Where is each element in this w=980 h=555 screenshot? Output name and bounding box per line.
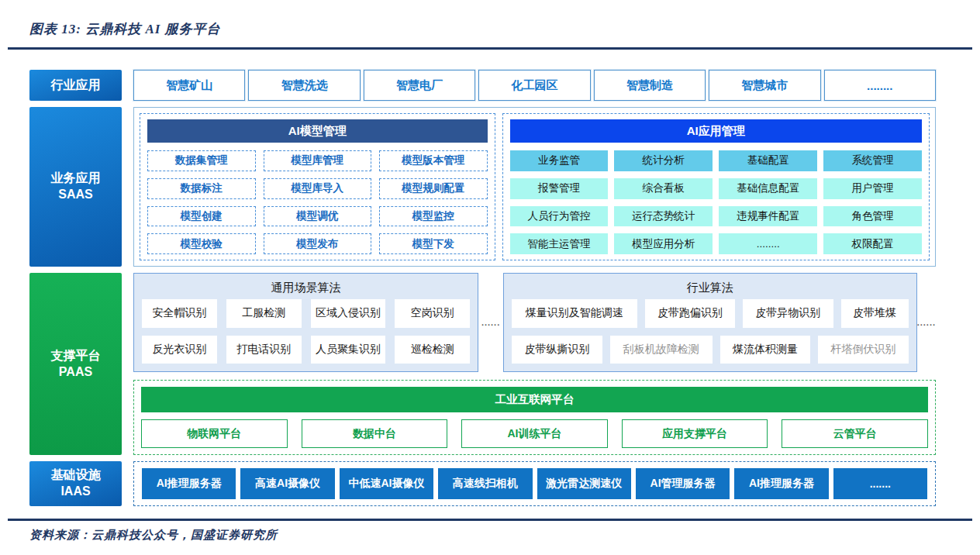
- hw-high-speed-ai-camera: 高速AI摄像仪: [240, 468, 334, 499]
- report-figure-page: 图表 13: 云鼎科技 AI 服务平台 行业应用 智慧矿山 智慧洗选 智慧电厂 …: [0, 0, 980, 555]
- app-item-violation-event-config: 违规事件配置: [719, 206, 817, 227]
- app-item-basic-info-config: 基础信息配置: [719, 178, 817, 199]
- model-item-model-creation: 模型创建: [147, 206, 256, 227]
- app-item-more-dots: ........: [719, 233, 817, 254]
- hw-mid-low-speed-ai-camera: 中低速AI摄像仪: [340, 468, 433, 499]
- app-item-permission-config: 权限配置: [823, 233, 922, 254]
- alg-area-intrusion-recognition: 区域入侵识别: [311, 299, 386, 328]
- platform-cloud-mgmt: 云管平台: [782, 419, 928, 448]
- model-item-data-labeling: 数据标注: [147, 178, 256, 199]
- industry-algorithms-section: 行业算法 煤量识别及智能调速 皮带跑偏识别 皮带异物识别 皮带堆煤 皮带纵撕识别…: [503, 273, 917, 372]
- ai-app-management-header: AI应用管理: [510, 119, 922, 143]
- industry-app-smart-washing: 智慧洗选: [248, 70, 360, 101]
- ai-model-management-grid: 数据集管理 模型库管理 模型版本管理 数据标注 模型库导入 模型规则配置 模型创…: [147, 150, 488, 254]
- hw-more-dots: .......: [833, 468, 927, 499]
- industry-applications-label: 行业应用: [29, 70, 122, 101]
- alg-scraper-fault-detection: 刮板机故障检测: [610, 336, 713, 364]
- platform-iot: 物联网平台: [141, 419, 288, 448]
- general-alg-row-1: 安全帽识别 工服检测 区域入侵识别 空岗识别: [142, 299, 470, 328]
- iaas-label-text: 基础设施: [51, 467, 101, 484]
- app-item-statistical-analysis: 统计分析: [614, 150, 713, 171]
- app-item-business-supervision: 业务监管: [510, 150, 609, 171]
- industry-applications-row: 行业应用 智慧矿山 智慧洗选 智慧电厂 化工园区 智慧制造 智慧城市 .....…: [29, 70, 936, 101]
- general-scene-algorithms-rows: 安全帽识别 工服检测 区域入侵识别 空岗识别 反光衣识别 打电话识别 人员聚集识…: [142, 299, 470, 364]
- industry-app-smart-city: 智慧城市: [709, 70, 820, 101]
- alg-belt-coal-pileup: 皮带堆煤: [841, 299, 909, 328]
- alg-belt-tear-recognition: 皮带纵撕识别: [512, 336, 602, 364]
- figure-title: 图表 13: 云鼎科技 AI 服务平台: [29, 20, 951, 38]
- hw-lidar-speed-meter: 激光雷达测速仪: [537, 468, 631, 499]
- hw-ai-inference-server-2: AI推理服务器: [734, 468, 828, 499]
- industrial-internet-platform-header: 工业互联网平台: [141, 387, 928, 412]
- industry-algorithms-rows: 煤量识别及智能调速 皮带跑偏识别 皮带异物识别 皮带堆煤 皮带纵撕识别 刮板机故…: [512, 299, 909, 364]
- alg-belt-foreign-object-recognition: 皮带异物识别: [743, 299, 833, 328]
- app-item-personnel-behavior-control: 人员行为管控: [510, 206, 609, 227]
- iaas-container: AI推理服务器 高速AI摄像仪 中低速AI摄像仪 高速线扫相机 激光雷达测速仪 …: [133, 461, 936, 506]
- app-item-smart-transport-mgmt: 智能主运管理: [510, 233, 609, 254]
- industry-app-smart-manufacturing: 智慧制造: [594, 70, 706, 101]
- general-scene-algorithms-title: 通用场景算法: [142, 278, 470, 298]
- industry-alg-row-2: 皮带纵撕识别 刮板机故障检测 煤流体积测量 杆塔倒伏识别: [512, 336, 909, 364]
- ai-app-management-grid: 业务监管 统计分析 基础配置 系统管理 报警管理 综合看板 基础信息配置 用户管…: [510, 150, 922, 254]
- alg-phone-call-recognition: 打电话识别: [226, 336, 302, 364]
- model-item-model-deployment: 模型下发: [379, 233, 488, 254]
- ai-model-management-header: AI模型管理: [147, 119, 488, 143]
- platform-data-middle: 数据中台: [302, 419, 448, 448]
- model-item-model-release: 模型发布: [264, 233, 372, 254]
- iaas-label: 基础设施 IAAS: [29, 461, 122, 506]
- saas-label-text: 业务应用: [51, 171, 101, 187]
- general-alg-row-2: 反光衣识别 打电话识别 人员聚集识别 巡检检测: [142, 336, 470, 364]
- app-item-user-mgmt: 用户管理: [823, 178, 922, 199]
- app-item-alarm-mgmt: 报警管理: [510, 178, 609, 199]
- app-item-dashboard: 综合看板: [614, 178, 713, 199]
- title-divider: [8, 47, 972, 50]
- model-item-model-monitoring: 模型监控: [379, 206, 488, 227]
- hw-ai-inference-server-1: AI推理服务器: [142, 468, 236, 499]
- iaas-label-subtext: IAAS: [60, 484, 90, 500]
- iaas-row: 基础设施 IAAS AI推理服务器 高速AI摄像仪 中低速AI摄像仪 高速线扫相…: [29, 461, 936, 506]
- model-item-model-version-mgmt: 模型版本管理: [379, 150, 488, 171]
- ai-model-management-section: AI模型管理 数据集管理 模型库管理 模型版本管理 数据标注 模型库导入 模型规…: [140, 113, 495, 260]
- general-scene-algorithms-section: 通用场景算法 安全帽识别 工服检测 区域入侵识别 空岗识别 反光衣识别 打电话识…: [133, 273, 478, 372]
- industry-alg-row-1: 煤量识别及智能调速 皮带跑偏识别 皮带异物识别 皮带堆煤: [512, 299, 909, 328]
- paas-label-subtext: PAAS: [59, 364, 92, 381]
- industry-app-chemical-park: 化工园区: [478, 70, 590, 101]
- model-item-model-tuning: 模型调优: [264, 206, 372, 227]
- model-item-model-library-import: 模型库导入: [264, 178, 372, 199]
- industry-alg-more-dots: ......: [917, 273, 936, 372]
- alg-crowd-gathering-recognition: 人员聚集识别: [311, 336, 386, 364]
- model-item-model-validation: 模型校验: [147, 233, 256, 254]
- app-item-model-application-analysis: 模型应用分析: [614, 233, 713, 254]
- saas-label-subtext: SAAS: [58, 187, 92, 203]
- saas-label: 业务应用 SAAS: [29, 107, 122, 267]
- model-item-model-library-mgmt: 模型库管理: [264, 150, 372, 171]
- alg-belt-deviation-recognition: 皮带跑偏识别: [645, 299, 735, 328]
- paas-label-text: 支撑平台: [51, 348, 101, 364]
- algorithm-sections: 通用场景算法 安全帽识别 工服检测 区域入侵识别 空岗识别 反光衣识别 打电话识…: [133, 273, 936, 372]
- alg-uniform-detection: 工服检测: [226, 299, 302, 328]
- saas-container: AI模型管理 数据集管理 模型库管理 模型版本管理 数据标注 模型库导入 模型规…: [133, 107, 936, 267]
- alg-tower-collapse-recognition: 杆塔倒伏识别: [818, 336, 908, 364]
- app-item-operation-status-stats: 运行态势统计: [614, 206, 713, 227]
- alg-coal-flow-volume-measurement: 煤流体积测量: [720, 336, 811, 364]
- paas-container: 通用场景算法 安全帽识别 工服检测 区域入侵识别 空岗识别 反光衣识别 打电话识…: [133, 273, 936, 455]
- alg-vacant-post-recognition: 空岗识别: [395, 299, 470, 328]
- model-item-dataset-mgmt: 数据集管理: [147, 150, 256, 171]
- paas-row: 支撑平台 PAAS 通用场景算法 安全帽识别 工服检测 区域入侵识别 空岗识别: [29, 273, 936, 455]
- industry-applications-label-text: 行业应用: [51, 78, 101, 94]
- model-item-model-rule-config: 模型规则配置: [379, 178, 488, 199]
- platform-app-support: 应用支撑平台: [622, 419, 768, 448]
- source-divider: [8, 519, 972, 521]
- industry-app-smart-mine: 智慧矿山: [133, 70, 245, 101]
- app-item-system-mgmt: 系统管理: [823, 150, 922, 171]
- source-note: 资料来源：云鼎科技公众号，国盛证券研究所: [29, 528, 951, 543]
- alg-reflective-vest-recognition: 反光衣识别: [142, 336, 217, 364]
- ai-app-management-section: AI应用管理 业务监管 统计分析 基础配置 系统管理 报警管理 综合看板 基础信…: [502, 113, 930, 260]
- industry-applications-boxes: 智慧矿山 智慧洗选 智慧电厂 化工园区 智慧制造 智慧城市 ........: [133, 70, 936, 101]
- app-item-role-mgmt: 角色管理: [823, 206, 922, 227]
- general-alg-more-dots: ......: [478, 273, 503, 372]
- alg-coal-volume-speed-control: 煤量识别及智能调速: [512, 299, 637, 328]
- industry-app-smart-power-plant: 智慧电厂: [364, 70, 475, 101]
- industrial-internet-platform-boxes: 物联网平台 数据中台 AI训练平台 应用支撑平台 云管平台: [141, 419, 928, 448]
- paas-label: 支撑平台 PAAS: [29, 273, 122, 455]
